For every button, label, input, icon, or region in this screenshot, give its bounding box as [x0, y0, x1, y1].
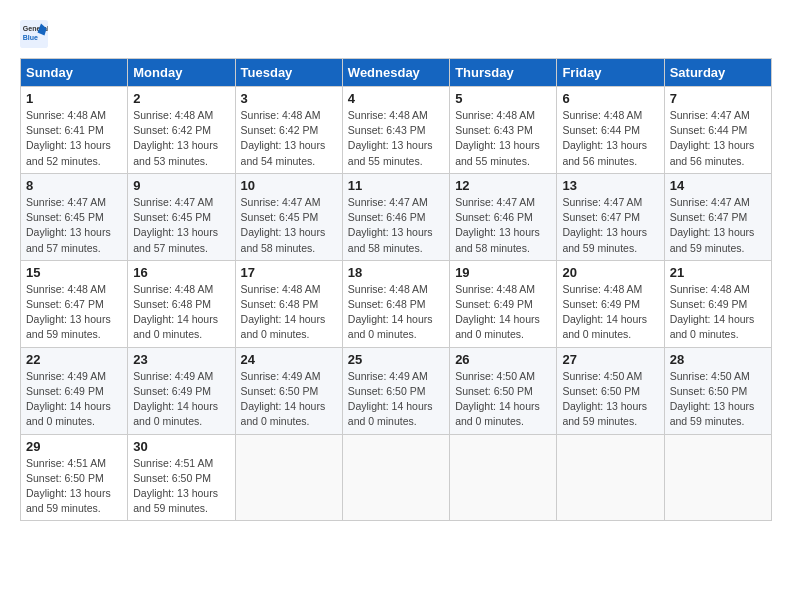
- calendar-cell: 24 Sunrise: 4:49 AM Sunset: 6:50 PM Dayl…: [235, 347, 342, 434]
- day-detail: Sunrise: 4:48 AM Sunset: 6:48 PM Dayligh…: [348, 282, 444, 343]
- day-number: 26: [455, 352, 551, 367]
- header-cell-monday: Monday: [128, 59, 235, 87]
- calendar-cell: [450, 434, 557, 521]
- calendar-cell: 2 Sunrise: 4:48 AM Sunset: 6:42 PM Dayli…: [128, 87, 235, 174]
- day-detail: Sunrise: 4:49 AM Sunset: 6:50 PM Dayligh…: [348, 369, 444, 430]
- day-number: 18: [348, 265, 444, 280]
- day-number: 21: [670, 265, 766, 280]
- day-number: 23: [133, 352, 229, 367]
- calendar-cell: 21 Sunrise: 4:48 AM Sunset: 6:49 PM Dayl…: [664, 260, 771, 347]
- calendar-cell: 26 Sunrise: 4:50 AM Sunset: 6:50 PM Dayl…: [450, 347, 557, 434]
- header-row: SundayMondayTuesdayWednesdayThursdayFrid…: [21, 59, 772, 87]
- day-detail: Sunrise: 4:47 AM Sunset: 6:47 PM Dayligh…: [562, 195, 658, 256]
- calendar-cell: [557, 434, 664, 521]
- day-detail: Sunrise: 4:47 AM Sunset: 6:45 PM Dayligh…: [241, 195, 337, 256]
- day-detail: Sunrise: 4:48 AM Sunset: 6:43 PM Dayligh…: [455, 108, 551, 169]
- svg-text:Blue: Blue: [23, 34, 38, 41]
- day-detail: Sunrise: 4:49 AM Sunset: 6:50 PM Dayligh…: [241, 369, 337, 430]
- calendar-cell: 19 Sunrise: 4:48 AM Sunset: 6:49 PM Dayl…: [450, 260, 557, 347]
- calendar-cell: 28 Sunrise: 4:50 AM Sunset: 6:50 PM Dayl…: [664, 347, 771, 434]
- day-detail: Sunrise: 4:48 AM Sunset: 6:41 PM Dayligh…: [26, 108, 122, 169]
- day-number: 12: [455, 178, 551, 193]
- day-number: 3: [241, 91, 337, 106]
- calendar-cell: 12 Sunrise: 4:47 AM Sunset: 6:46 PM Dayl…: [450, 173, 557, 260]
- day-number: 16: [133, 265, 229, 280]
- calendar-cell: 22 Sunrise: 4:49 AM Sunset: 6:49 PM Dayl…: [21, 347, 128, 434]
- day-detail: Sunrise: 4:48 AM Sunset: 6:49 PM Dayligh…: [562, 282, 658, 343]
- header: General Blue: [20, 20, 772, 48]
- day-number: 10: [241, 178, 337, 193]
- calendar-cell: 30 Sunrise: 4:51 AM Sunset: 6:50 PM Dayl…: [128, 434, 235, 521]
- day-detail: Sunrise: 4:50 AM Sunset: 6:50 PM Dayligh…: [670, 369, 766, 430]
- day-number: 22: [26, 352, 122, 367]
- calendar-cell: 17 Sunrise: 4:48 AM Sunset: 6:48 PM Dayl…: [235, 260, 342, 347]
- day-number: 28: [670, 352, 766, 367]
- calendar-cell: 29 Sunrise: 4:51 AM Sunset: 6:50 PM Dayl…: [21, 434, 128, 521]
- calendar-cell: 3 Sunrise: 4:48 AM Sunset: 6:42 PM Dayli…: [235, 87, 342, 174]
- day-number: 7: [670, 91, 766, 106]
- day-detail: Sunrise: 4:48 AM Sunset: 6:49 PM Dayligh…: [670, 282, 766, 343]
- header-cell-wednesday: Wednesday: [342, 59, 449, 87]
- day-detail: Sunrise: 4:48 AM Sunset: 6:47 PM Dayligh…: [26, 282, 122, 343]
- day-detail: Sunrise: 4:50 AM Sunset: 6:50 PM Dayligh…: [562, 369, 658, 430]
- day-detail: Sunrise: 4:51 AM Sunset: 6:50 PM Dayligh…: [133, 456, 229, 517]
- day-detail: Sunrise: 4:48 AM Sunset: 6:42 PM Dayligh…: [133, 108, 229, 169]
- calendar-cell: [235, 434, 342, 521]
- day-detail: Sunrise: 4:50 AM Sunset: 6:50 PM Dayligh…: [455, 369, 551, 430]
- calendar-cell: 8 Sunrise: 4:47 AM Sunset: 6:45 PM Dayli…: [21, 173, 128, 260]
- day-number: 29: [26, 439, 122, 454]
- week-row-5: 29 Sunrise: 4:51 AM Sunset: 6:50 PM Dayl…: [21, 434, 772, 521]
- day-detail: Sunrise: 4:47 AM Sunset: 6:45 PM Dayligh…: [26, 195, 122, 256]
- calendar-cell: 5 Sunrise: 4:48 AM Sunset: 6:43 PM Dayli…: [450, 87, 557, 174]
- calendar-header: SundayMondayTuesdayWednesdayThursdayFrid…: [21, 59, 772, 87]
- calendar-cell: 13 Sunrise: 4:47 AM Sunset: 6:47 PM Dayl…: [557, 173, 664, 260]
- day-number: 15: [26, 265, 122, 280]
- calendar-cell: 1 Sunrise: 4:48 AM Sunset: 6:41 PM Dayli…: [21, 87, 128, 174]
- day-detail: Sunrise: 4:48 AM Sunset: 6:42 PM Dayligh…: [241, 108, 337, 169]
- header-cell-saturday: Saturday: [664, 59, 771, 87]
- day-detail: Sunrise: 4:48 AM Sunset: 6:48 PM Dayligh…: [133, 282, 229, 343]
- calendar-cell: [342, 434, 449, 521]
- calendar-cell: 9 Sunrise: 4:47 AM Sunset: 6:45 PM Dayli…: [128, 173, 235, 260]
- logo: General Blue: [20, 20, 52, 48]
- day-detail: Sunrise: 4:47 AM Sunset: 6:46 PM Dayligh…: [348, 195, 444, 256]
- day-number: 19: [455, 265, 551, 280]
- calendar-cell: 15 Sunrise: 4:48 AM Sunset: 6:47 PM Dayl…: [21, 260, 128, 347]
- calendar-cell: 6 Sunrise: 4:48 AM Sunset: 6:44 PM Dayli…: [557, 87, 664, 174]
- day-detail: Sunrise: 4:47 AM Sunset: 6:47 PM Dayligh…: [670, 195, 766, 256]
- calendar-cell: 11 Sunrise: 4:47 AM Sunset: 6:46 PM Dayl…: [342, 173, 449, 260]
- calendar-cell: 27 Sunrise: 4:50 AM Sunset: 6:50 PM Dayl…: [557, 347, 664, 434]
- day-detail: Sunrise: 4:48 AM Sunset: 6:49 PM Dayligh…: [455, 282, 551, 343]
- day-number: 20: [562, 265, 658, 280]
- day-detail: Sunrise: 4:49 AM Sunset: 6:49 PM Dayligh…: [133, 369, 229, 430]
- calendar-cell: [664, 434, 771, 521]
- calendar-body: 1 Sunrise: 4:48 AM Sunset: 6:41 PM Dayli…: [21, 87, 772, 521]
- calendar-cell: 23 Sunrise: 4:49 AM Sunset: 6:49 PM Dayl…: [128, 347, 235, 434]
- calendar-cell: 7 Sunrise: 4:47 AM Sunset: 6:44 PM Dayli…: [664, 87, 771, 174]
- logo-icon: General Blue: [20, 20, 48, 48]
- day-detail: Sunrise: 4:48 AM Sunset: 6:44 PM Dayligh…: [562, 108, 658, 169]
- day-number: 24: [241, 352, 337, 367]
- day-number: 27: [562, 352, 658, 367]
- day-number: 2: [133, 91, 229, 106]
- day-number: 30: [133, 439, 229, 454]
- header-cell-friday: Friday: [557, 59, 664, 87]
- day-number: 8: [26, 178, 122, 193]
- day-detail: Sunrise: 4:47 AM Sunset: 6:44 PM Dayligh…: [670, 108, 766, 169]
- day-detail: Sunrise: 4:51 AM Sunset: 6:50 PM Dayligh…: [26, 456, 122, 517]
- week-row-1: 1 Sunrise: 4:48 AM Sunset: 6:41 PM Dayli…: [21, 87, 772, 174]
- day-detail: Sunrise: 4:48 AM Sunset: 6:48 PM Dayligh…: [241, 282, 337, 343]
- day-number: 17: [241, 265, 337, 280]
- calendar-cell: 4 Sunrise: 4:48 AM Sunset: 6:43 PM Dayli…: [342, 87, 449, 174]
- day-number: 11: [348, 178, 444, 193]
- week-row-3: 15 Sunrise: 4:48 AM Sunset: 6:47 PM Dayl…: [21, 260, 772, 347]
- calendar-cell: 18 Sunrise: 4:48 AM Sunset: 6:48 PM Dayl…: [342, 260, 449, 347]
- week-row-4: 22 Sunrise: 4:49 AM Sunset: 6:49 PM Dayl…: [21, 347, 772, 434]
- calendar-cell: 14 Sunrise: 4:47 AM Sunset: 6:47 PM Dayl…: [664, 173, 771, 260]
- day-detail: Sunrise: 4:48 AM Sunset: 6:43 PM Dayligh…: [348, 108, 444, 169]
- day-number: 4: [348, 91, 444, 106]
- header-cell-sunday: Sunday: [21, 59, 128, 87]
- calendar-table: SundayMondayTuesdayWednesdayThursdayFrid…: [20, 58, 772, 521]
- day-number: 1: [26, 91, 122, 106]
- calendar-cell: 10 Sunrise: 4:47 AM Sunset: 6:45 PM Dayl…: [235, 173, 342, 260]
